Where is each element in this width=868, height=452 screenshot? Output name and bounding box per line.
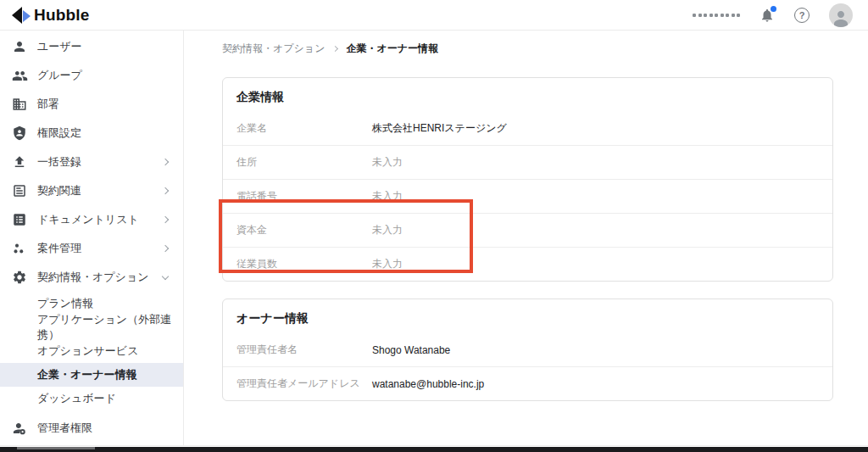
phone-number-row: 電話番号 未入力 [223,179,832,213]
notifications-button[interactable] [760,8,775,23]
sidebar-item-label: 権限設定 [37,126,81,141]
breadcrumb-current: 企業・オーナー情報 [346,42,438,56]
chevron-right-icon [162,245,169,252]
subitem-label: プラン情報 [37,296,93,311]
main-content: 契約情報・オプション 企業・オーナー情報 企業情報 企業名 株式会社HENRIス… [185,31,868,452]
row-value: Shogo Watanabe [372,344,450,356]
sidebar-item-label: ユーザー [37,39,82,54]
hubble-logo[interactable]: Hubble [12,5,90,25]
chevron-right-icon [162,159,169,165]
admin-permission-icon [11,420,28,437]
settings-gear-icon [11,269,28,286]
sidebar-item-label: 一括登録 [37,154,81,170]
breadcrumb-separator-icon [332,45,338,51]
row-value: 株式会社HENRIステージング [372,121,507,136]
sidebar: ユーザー グループ 部署 権限設定 一括登録 契約関連 [0,31,184,445]
sidebar-item-contract-info-options[interactable]: 契約情報・オプション [0,263,183,292]
avatar-person-icon [831,7,851,27]
row-value: 未入力 [372,189,403,204]
company-name-row: 企業名 株式会社HENRIステージング [223,112,832,145]
window-bottom-border [0,445,868,446]
sidebar-item-label: ドキュメントリスト [37,212,139,227]
user-icon [11,38,28,55]
bulk-upload-icon [11,153,28,170]
user-avatar[interactable] [829,3,853,27]
sidebar-item-admin-permissions[interactable]: 管理者権限 [0,416,183,441]
sidebar-item-label: 契約関連 [37,183,81,198]
sidebar-item-label: グループ [37,68,82,83]
sidebar-item-contract-related[interactable]: 契約関連 [0,176,183,205]
chevron-right-icon [162,216,169,223]
breadcrumb: 契約情報・オプション 企業・オーナー情報 [222,41,834,56]
logo-text: Hubble [34,6,90,25]
owner-info-card: オーナー情報 管理責任者名 Shogo Watanabe 管理責任者メールアドレ… [222,299,833,401]
sidebar-item-label: 管理者権限 [37,421,92,436]
department-building-icon [11,96,28,113]
row-label: 資本金 [236,223,372,237]
sidebar-item-bulk-register[interactable]: 一括登録 [0,148,183,176]
row-value: 未入力 [372,257,403,271]
sidebar-item-document-list[interactable]: ドキュメントリスト [0,205,183,234]
notification-badge [771,6,776,12]
sidebar-item-label: 案件管理 [37,241,81,256]
admin-manager-email-row: 管理責任者メールアドレス watanabe@hubble-inc.jp [223,366,832,400]
sidebar-item-groups[interactable]: グループ [0,61,183,90]
row-value: 未入力 [372,155,403,170]
subitem-label: 企業・オーナー情報 [37,367,137,382]
employee-count-row: 従業員数 未入力 [223,247,832,281]
admin-manager-name-row: 管理責任者名 Shogo Watanabe [223,333,832,366]
subitem-label: オプションサービス [37,343,138,359]
sidebar-item-matter-management[interactable]: 案件管理 [0,234,183,263]
sidebar-subitem-dashboard[interactable]: ダッシュボード [0,387,183,410]
sidebar-item-users[interactable]: ユーザー [0,32,183,61]
subitem-label: ダッシュボード [37,391,116,406]
app-header: Hubble ? [0,0,868,31]
sidebar-item-label: 契約情報・オプション [37,270,149,285]
row-label: 住所 [236,155,372,170]
address-row: 住所 未入力 [223,145,832,179]
matter-dots-icon [11,240,28,257]
contract-document-icon [11,182,28,199]
chevron-right-icon [162,187,169,194]
company-info-card: 企業情報 企業名 株式会社HENRIステージング 住所 未入力 電話番号 未入力… [222,77,833,282]
subitem-label: アプリケーション（外部連携） [37,312,173,343]
card-title: オーナー情報 [223,299,832,333]
hubble-logo-icon [12,5,31,25]
sidebar-subitem-company-owner-info[interactable]: 企業・オーナー情報 [0,363,183,387]
row-label: 従業員数 [236,257,372,271]
capital-row: 資本金 未入力 [223,213,832,247]
document-list-icon [11,211,28,228]
row-label: 企業名 [236,121,372,136]
help-icon[interactable]: ? [794,8,810,23]
sidebar-item-permission-settings[interactable]: 権限設定 [0,119,183,148]
permissions-shield-icon [11,125,28,142]
chevron-down-icon [162,272,169,279]
row-value: 未入力 [372,223,403,237]
group-icon [11,67,28,84]
breadcrumb-parent-link[interactable]: 契約情報・オプション [222,42,325,56]
row-label: 電話番号 [236,189,372,204]
sidebar-item-label: 部署 [37,97,59,112]
card-title: 企業情報 [223,78,832,112]
row-label: 管理責任者メールアドレス [236,377,372,391]
row-label: 管理責任者名 [236,343,372,357]
desktop-edge [0,447,868,452]
sidebar-subitem-applications[interactable]: アプリケーション（外部連携） [0,315,183,339]
sidebar-subitem-option-services[interactable]: オプションサービス [0,339,183,363]
row-value: watanabe@hubble-inc.jp [372,378,484,390]
sidebar-item-departments[interactable]: 部署 [0,90,183,119]
apps-grid-icon[interactable] [693,14,740,17]
